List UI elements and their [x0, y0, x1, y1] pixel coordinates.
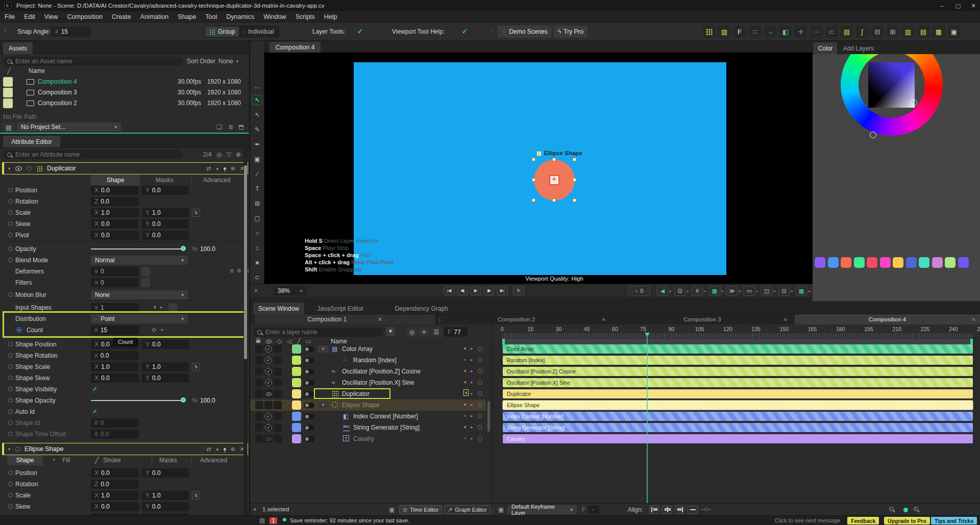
- value-field-x[interactable]: X1.0: [91, 208, 139, 217]
- stroke-icon[interactable]: ╱: [95, 457, 99, 464]
- layer-toggle-slot[interactable]: [255, 412, 263, 420]
- zoom-slider-handle[interactable]: [903, 508, 908, 512]
- tab-composition-4[interactable]: Composition 4✕: [795, 314, 980, 324]
- link-xy-icon[interactable]: ⇅: [192, 363, 200, 371]
- menu-shape[interactable]: Shape: [173, 13, 201, 20]
- value-field-y[interactable]: Y0.0: [142, 231, 189, 240]
- layer-enabled-check[interactable]: ✓: [265, 413, 272, 420]
- value-field[interactable]: #0.0: [91, 351, 139, 360]
- particles-icon[interactable]: ∷: [749, 26, 761, 38]
- star-tool[interactable]: ★: [252, 258, 262, 268]
- swatch-color[interactable]: [932, 257, 943, 268]
- swatch-color[interactable]: [815, 257, 825, 268]
- layer-color-chip[interactable]: [292, 356, 301, 365]
- attribute-port[interactable]: [8, 364, 13, 369]
- keyframe-next-icon[interactable]: ▸: [471, 402, 473, 407]
- selection-handle[interactable]: [552, 158, 556, 161]
- keyframe-next-icon[interactable]: ▸: [160, 305, 163, 310]
- value-field-y[interactable]: Y0.0: [142, 502, 189, 511]
- keyframe-next-icon[interactable]: ▸: [471, 391, 473, 396]
- layer-row-index-context-number-[interactable]: ✓◧Index Context [Number]◖▸: [250, 411, 486, 422]
- layer-port[interactable]: [478, 369, 482, 373]
- value-field-y[interactable]: Y0.0: [142, 340, 189, 349]
- value-field-y[interactable]: Y1.0: [142, 362, 189, 371]
- expand-icon[interactable]: »: [254, 287, 258, 294]
- layer-toggle-slot[interactable]: [274, 435, 282, 443]
- keyframe-prev-icon[interactable]: ◖: [463, 435, 467, 441]
- extrude-icon[interactable]: ▧: [718, 26, 730, 38]
- layer-tag-toggle[interactable]: [304, 414, 314, 419]
- layer-tag-toggle[interactable]: [304, 425, 314, 431]
- selection-handle[interactable]: [532, 178, 535, 182]
- audio-icon[interactable]: ◀▸: [656, 286, 672, 296]
- go-to-start-button[interactable]: |◀: [444, 286, 455, 295]
- graph-editor-button[interactable]: ↗ Graph Editor: [444, 505, 491, 514]
- camera-tool[interactable]: ▣: [252, 154, 262, 164]
- timeline-track-string-generator-string-[interactable]: String Generator [String]: [503, 423, 973, 432]
- slider-handle[interactable]: [181, 397, 186, 403]
- value-field-x[interactable]: X0.0: [91, 219, 139, 229]
- minimize-button[interactable]: –: [934, 0, 949, 11]
- keyframe-prev-icon[interactable]: ◖: [216, 446, 219, 452]
- duplicator-icon[interactable]: [703, 26, 715, 38]
- link-xy-icon[interactable]: ⇅: [192, 491, 200, 499]
- layer-toggle-slot[interactable]: [264, 435, 273, 443]
- attribute-port[interactable]: [8, 246, 13, 251]
- dropdown-arrow-icon[interactable]: ▸: [774, 289, 776, 293]
- menu-view[interactable]: View: [40, 13, 63, 20]
- layer-enabled-check[interactable]: ✓: [265, 424, 272, 431]
- keyframe-layer-dropdown[interactable]: Default Keyframe Layer▾: [507, 505, 577, 514]
- add-button[interactable]: [141, 267, 150, 276]
- timeline-track-color-array[interactable]: Color Array: [503, 344, 973, 354]
- project-set-icon[interactable]: ▤: [2, 122, 15, 133]
- checkbox[interactable]: ✓: [91, 385, 99, 393]
- stagger-icon[interactable]: ⇄: [206, 165, 211, 172]
- rows-icon[interactable]: ▤: [917, 26, 929, 38]
- value-field-x[interactable]: X0.0: [91, 231, 139, 240]
- attribute-port[interactable]: [8, 199, 13, 204]
- attr-tab-advanced[interactable]: Advanced: [200, 457, 227, 464]
- timeline-track-index-context-number-[interactable]: Index Context [Number]: [503, 412, 973, 421]
- timeline-track-oscillator-position-x-sine[interactable]: Oscillator [Position.X] Sine: [503, 378, 973, 387]
- grid-toggle-icon[interactable]: #▸: [691, 286, 706, 296]
- keyframe-next-icon[interactable]: ▸: [471, 413, 473, 418]
- close-tab-icon[interactable]: ✕: [783, 317, 788, 322]
- tab-composition-1[interactable]: Composition 1 ✕: [255, 314, 435, 324]
- text-generator-icon[interactable]: F: [733, 26, 746, 38]
- layer-toggle-slot[interactable]: ✓: [264, 412, 273, 420]
- asset-row[interactable]: Composition 230.00fps1920 x 1080: [0, 98, 243, 109]
- keyframe-prev-icon[interactable]: ◖: [463, 413, 467, 418]
- frame-field[interactable]: F77: [444, 327, 468, 337]
- list-icon[interactable]: ≣: [228, 123, 233, 131]
- clear-filter-icon[interactable]: ⊗: [236, 151, 241, 158]
- menu-tool[interactable]: Tool: [201, 13, 222, 20]
- tab-add-layers[interactable]: Add Layers: [839, 42, 878, 54]
- go-to-end-button[interactable]: ▶|: [497, 286, 508, 295]
- menu-composition[interactable]: Composition: [63, 13, 107, 20]
- layer-toggle-slot[interactable]: [274, 379, 282, 387]
- group-mode-button[interactable]: Group: [205, 27, 239, 37]
- close-tab-icon[interactable]: ✕: [377, 316, 382, 323]
- playback-speed-icon[interactable]: ≫▸: [726, 286, 741, 296]
- value-field-y[interactable]: Y1.0: [142, 491, 189, 500]
- layer-toggle-slot[interactable]: ✓: [264, 356, 273, 364]
- sv-square[interactable]: [868, 62, 915, 108]
- attribute-port[interactable]: [8, 353, 13, 358]
- expander-chevron-icon[interactable]: ▾: [317, 345, 329, 353]
- layer-enabled-check[interactable]: ✓: [265, 368, 272, 375]
- dropdown-arrow-icon[interactable]: ▸: [687, 289, 689, 293]
- value-field[interactable]: #0: [91, 418, 139, 428]
- tab-attribute-editor[interactable]: Attribute Editor: [3, 136, 60, 147]
- collapse-icon[interactable]: ◂: [253, 506, 256, 512]
- attribute-port[interactable]: [8, 342, 13, 346]
- selection-handle[interactable]: [573, 198, 576, 202]
- value-field-x[interactable]: X0.0: [91, 373, 139, 383]
- keyframe-prev-icon[interactable]: ◖: [463, 345, 467, 351]
- swatch-color[interactable]: [828, 257, 839, 268]
- collapse-chevron-icon[interactable]: ▾: [8, 166, 10, 171]
- menu-create[interactable]: Create: [107, 13, 136, 20]
- layer-port[interactable]: [478, 358, 482, 362]
- tips-and-tricks-button[interactable]: Tips and Tricks: [931, 517, 977, 524]
- attr-tab-stroke[interactable]: Stroke: [103, 457, 121, 464]
- timeline-track-oscillator-position-z-cosine[interactable]: Oscillator [Position.Z] Cosine: [503, 367, 973, 376]
